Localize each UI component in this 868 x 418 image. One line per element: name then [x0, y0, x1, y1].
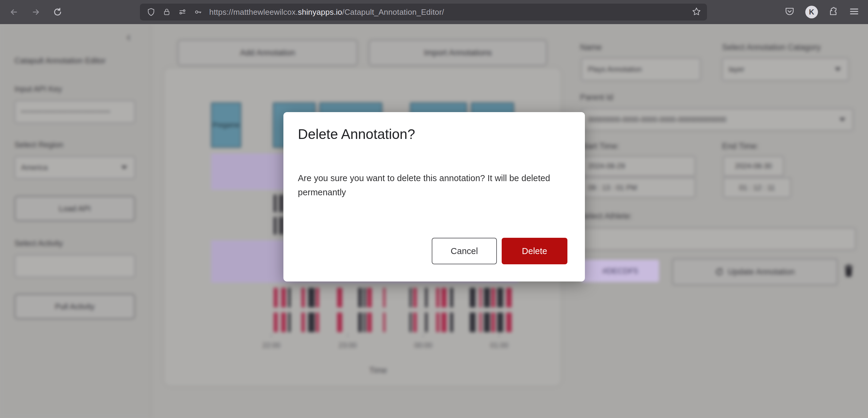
end-time-value: 01 : 12 : 11: [739, 184, 775, 192]
forward-icon[interactable]: [28, 4, 44, 20]
barcode-bar: [337, 288, 342, 332]
end-time-label: End Time:: [722, 142, 759, 151]
athlete-input[interactable]: [581, 228, 856, 250]
barcode-bar: [274, 195, 276, 234]
api-key-masked-value: ••••••••••••••••••••••••••••••••: [15, 109, 111, 115]
add-annotation-button[interactable]: Add Annotation: [178, 40, 358, 66]
pocket-icon[interactable]: [785, 7, 795, 18]
url-path: /Catapult_Annotation_Editor/: [342, 7, 444, 17]
lock-icon[interactable]: [162, 7, 171, 17]
barcode-bar: [491, 288, 495, 332]
modal-body-text: Are you sure you want to delete this ann…: [298, 171, 566, 199]
region-value: America: [15, 163, 48, 172]
barcode-bar: [281, 288, 286, 332]
screenshot-stage: https://matthewleewilcox.shinyapps.io/Ca…: [0, 0, 868, 418]
annotation-color-swatch[interactable]: #DECDF5: [581, 260, 659, 282]
category-value: layer: [723, 65, 744, 73]
athlete-label: Select Athlete:: [580, 212, 632, 221]
barcode-bar: [470, 288, 475, 332]
url-domain: shinyapps.io: [298, 7, 342, 17]
url-bar[interactable]: https://matthewleewilcox.shinyapps.io/Ca…: [140, 4, 707, 21]
update-annotation-label: Update Annotation: [728, 267, 795, 277]
key-icon[interactable]: [193, 7, 203, 17]
barcode-cluster: [274, 288, 386, 332]
dropdown-caret-icon: [839, 118, 845, 122]
barcode-bar: [497, 288, 503, 332]
axis-tick-label: 23:00: [339, 341, 356, 350]
back-icon[interactable]: [6, 4, 22, 20]
axis-tick-mark: [271, 333, 272, 337]
category-label: Select Annotation Catagory: [722, 43, 821, 52]
barcode-bar: [367, 288, 372, 332]
barcode-bar: [274, 288, 278, 332]
barcode-bar: [364, 288, 366, 332]
extensions-puzzle-icon[interactable]: [829, 7, 838, 18]
shield-icon[interactable]: [147, 7, 156, 17]
axis-title: Time: [369, 366, 387, 375]
name-label: Name: [580, 43, 602, 52]
activity-label: Select Activity: [14, 239, 63, 248]
api-key-input[interactable]: ••••••••••••••••••••••••••••••••: [14, 100, 135, 123]
axis-tick-mark: [499, 333, 500, 337]
browser-toolbar: https://matthewleewilcox.shinyapps.io/Ca…: [0, 0, 868, 24]
parent-id-value: 00000000-0000-0000-0000-000000000000: [582, 116, 726, 124]
end-date-value: 2024-08-30: [735, 162, 772, 170]
start-time-label: Start Time:: [580, 142, 620, 151]
menu-hamburger-icon[interactable]: [849, 7, 859, 18]
barcode-bar: [425, 288, 428, 332]
bookmark-star-icon[interactable]: [692, 7, 701, 17]
delete-button[interactable]: Delete: [502, 238, 567, 264]
region-label: Select Region: [14, 140, 63, 150]
import-annotations-button[interactable]: Import Annotations: [369, 40, 547, 66]
axis-tick-label: 01:00: [490, 341, 508, 350]
cancel-button[interactable]: Cancel: [432, 238, 497, 264]
permissions-sliders-icon[interactable]: [178, 7, 187, 17]
account-avatar[interactable]: K: [805, 6, 818, 19]
period-box[interactable]: Pregame: [211, 102, 241, 148]
start-date-value: 2024-08-29: [582, 162, 625, 170]
delete-annotation-modal: Delete Annotation? Are you sure you want…: [283, 112, 585, 282]
dropdown-caret-icon: [835, 67, 841, 71]
barcode-bar: [409, 288, 411, 332]
axis-tick-label: 00:00: [414, 341, 432, 350]
name-value: Plays Annotation: [582, 65, 642, 73]
barcode-bar: [279, 195, 283, 234]
axis-tick-mark: [347, 333, 348, 337]
axis-tick-label: 22:00: [262, 341, 280, 350]
barcode-bar: [441, 288, 446, 332]
barcode-bar: [413, 288, 417, 332]
start-time-input[interactable]: 09 : 13 : 01 PM: [581, 178, 695, 198]
barcode-cluster: [409, 288, 516, 332]
barcode-bar: [436, 288, 439, 332]
name-input[interactable]: Plays Annotation: [581, 58, 701, 81]
sidebar: ‹ Catapult Annotation Editor Input API K…: [0, 24, 151, 418]
axis-tick-mark: [423, 333, 424, 337]
refresh-icon: [715, 268, 723, 276]
category-select[interactable]: layer: [722, 58, 849, 81]
barcode-bar: [316, 288, 319, 332]
pull-activity-button[interactable]: Pull Activity: [14, 294, 135, 319]
parent-id-label: Parent Id: [580, 93, 613, 102]
end-date-input[interactable]: 2024-08-30: [723, 156, 783, 176]
activity-input[interactable]: [14, 255, 135, 278]
load-api-button[interactable]: Load API: [14, 196, 135, 221]
barcode-bar: [484, 288, 490, 332]
barcode-bar: [383, 288, 385, 332]
start-time-value: 09 : 13 : 01 PM: [582, 184, 637, 192]
dropdown-caret-icon: [121, 166, 127, 169]
update-annotation-button[interactable]: Update Annotation: [672, 259, 838, 285]
barcode-bar: [479, 288, 482, 332]
delete-annotation-trash-icon[interactable]: [844, 264, 854, 279]
barcode-bar: [288, 288, 291, 332]
url-prefix: https://matthewleewilcox.: [209, 7, 298, 17]
parent-id-select[interactable]: 00000000-0000-0000-0000-000000000000: [581, 108, 853, 131]
barcode-bar: [506, 288, 512, 332]
sidebar-collapse-icon[interactable]: ‹: [127, 30, 130, 44]
reload-icon[interactable]: [50, 4, 65, 20]
region-select[interactable]: America: [14, 156, 135, 179]
end-time-input[interactable]: 01 : 12 : 11: [723, 178, 791, 198]
barcode-bar: [358, 288, 362, 332]
barcode-bar: [302, 288, 305, 332]
start-date-input[interactable]: 2024-08-29: [581, 156, 695, 176]
barcode-bar: [308, 288, 315, 332]
